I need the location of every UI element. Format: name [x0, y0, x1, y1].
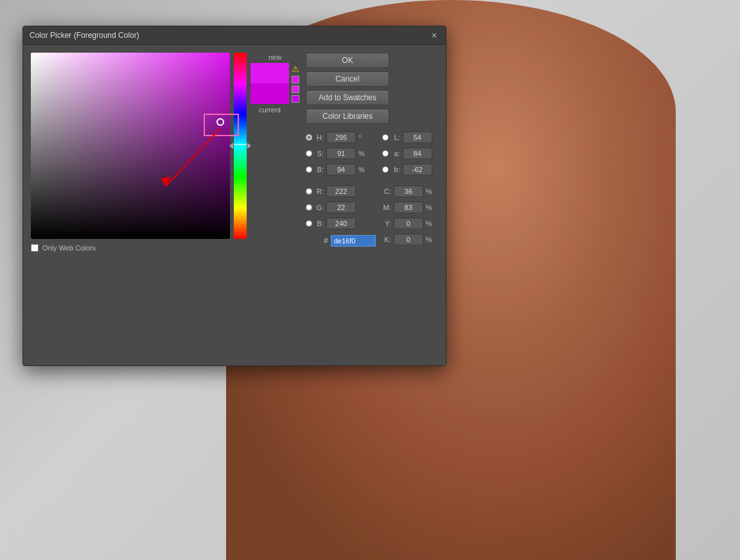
hex-row: # [306, 235, 376, 247]
c-input[interactable] [394, 186, 423, 197]
hex-input[interactable] [331, 235, 376, 247]
color-libraries-button[interactable]: Color Libraries [306, 109, 389, 124]
b-radio[interactable] [306, 166, 312, 173]
r-input[interactable] [326, 186, 356, 197]
c-field-row: C: % [382, 184, 434, 198]
lab-cmyk-fields: L: a: b: [382, 130, 434, 247]
y-field-row: Y: % [382, 216, 434, 231]
hue-slider-wrap [234, 53, 247, 241]
dialog-title: Color Picker (Foreground Color) [30, 31, 139, 40]
b-input[interactable] [326, 164, 356, 175]
k-field-row: K: % [382, 232, 434, 247]
gamut-icons: ⚠ [292, 63, 299, 103]
l-input[interactable] [403, 132, 432, 143]
only-web-colors-checkbox[interactable] [31, 244, 39, 252]
left-section: Only Web Colors [31, 53, 299, 358]
color-preview-container: current [251, 63, 289, 114]
b2-field-row: b: [382, 162, 434, 177]
new-label: new [251, 53, 299, 62]
footer-row: Only Web Colors [31, 239, 230, 252]
blue-radio[interactable] [306, 220, 312, 227]
hue-arrow-left [229, 143, 233, 149]
preview-section: new current ⚠ [251, 53, 299, 114]
spacer [306, 179, 376, 182]
preview-and-icons: current ⚠ [251, 63, 299, 114]
k-input[interactable] [394, 234, 423, 245]
r-radio[interactable] [306, 188, 312, 195]
h-input[interactable] [326, 132, 356, 143]
right-panel: OK Cancel Add to Swatches Color Librarie… [306, 53, 438, 358]
ok-button[interactable]: OK [306, 53, 389, 68]
s-field-row: S: % [306, 146, 376, 161]
b2-radio[interactable] [382, 166, 389, 173]
color-gradient [31, 53, 230, 239]
m-field-row: M: % [382, 200, 434, 214]
hue-arrow-right [247, 143, 251, 149]
color-picker-dialog: Color Picker (Foreground Color) × [22, 26, 446, 366]
color-mode-icon[interactable] [292, 95, 299, 103]
dialog-title-bar: Color Picker (Foreground Color) × [23, 26, 446, 45]
cancel-button[interactable]: Cancel [306, 71, 389, 87]
y-input[interactable] [394, 218, 423, 229]
g-field-row: G: [306, 200, 376, 214]
s-radio[interactable] [306, 150, 312, 157]
hsb-rgb-fields: H: ° S: % B: [306, 130, 376, 247]
close-button[interactable]: × [429, 30, 439, 40]
a-radio[interactable] [382, 150, 389, 157]
blue-field-row: B: [306, 216, 376, 231]
g-input[interactable] [326, 202, 356, 213]
blue-input[interactable] [326, 218, 356, 229]
gamut-warning-icon[interactable]: ⚠ [292, 64, 299, 74]
s-input[interactable] [326, 148, 356, 159]
dialog-body: Only Web Colors [23, 45, 446, 365]
h-field-row: H: ° [306, 130, 376, 144]
gamut-color-swatch[interactable] [292, 76, 299, 83]
color-current-preview[interactable] [251, 83, 289, 104]
l-field-row: L: [382, 130, 434, 144]
r-field-row: R: [306, 184, 376, 198]
color-new-preview[interactable] [251, 63, 289, 83]
color-field[interactable] [31, 53, 230, 239]
spacer2 [382, 179, 434, 182]
web-safe-icon[interactable] [292, 85, 299, 93]
l-radio[interactable] [382, 134, 389, 141]
fields-section: H: ° S: % B: [306, 130, 438, 247]
a-field-row: a: [382, 146, 434, 161]
b2-input[interactable] [403, 164, 432, 175]
add-to-swatches-button[interactable]: Add to Swatches [306, 90, 389, 105]
a-input[interactable] [403, 148, 432, 159]
m-input[interactable] [394, 202, 423, 213]
color-field-wrap: Only Web Colors [31, 53, 230, 252]
b-field-row: B: % [306, 162, 376, 177]
g-radio[interactable] [306, 204, 312, 211]
only-web-colors-label: Only Web Colors [42, 244, 96, 252]
hue-slider[interactable] [234, 53, 247, 239]
action-buttons: OK Cancel Add to Swatches Color Librarie… [306, 53, 438, 124]
color-area-row: Only Web Colors [31, 53, 299, 252]
h-radio[interactable] [306, 134, 312, 141]
